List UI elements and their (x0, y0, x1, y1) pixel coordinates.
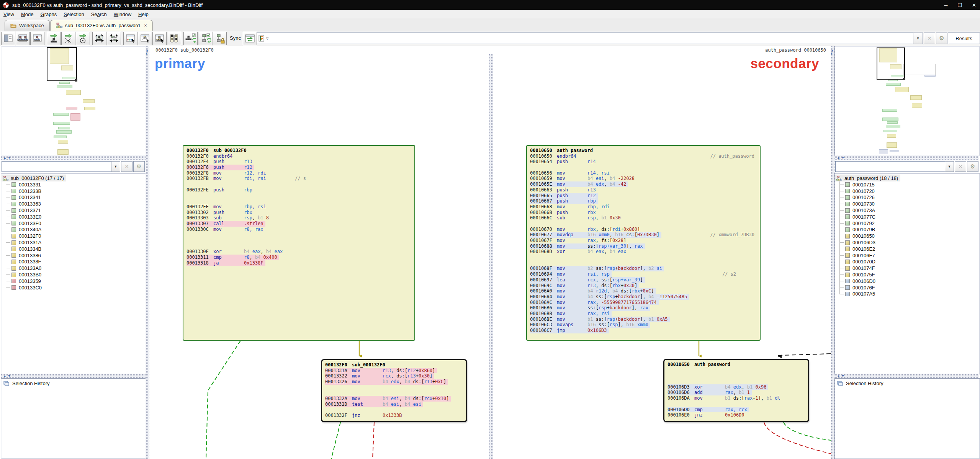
minimize-button[interactable]: ─ (944, 2, 947, 8)
search-settings-button[interactable]: ⚙ (936, 33, 947, 44)
basic-block-node[interactable]: 00010650auth_password00010650endbr64// a… (526, 145, 761, 341)
tree-root[interactable]: sub_000132F0 (17 / 17) (1, 175, 66, 181)
close-button[interactable]: ✕ (972, 2, 976, 8)
tree-item[interactable]: 000106D0 (835, 278, 980, 284)
tree-item[interactable]: 00013386 (1, 252, 146, 259)
menu-window[interactable]: Window (110, 11, 135, 18)
tree-item[interactable]: 0001077C (835, 214, 980, 220)
horizontal-splitter[interactable]: ▲ ▼ (834, 374, 979, 378)
horizontal-splitter[interactable]: ▲ ▼ (1, 374, 146, 378)
tree-item[interactable]: 000133C0 (1, 284, 146, 291)
horizontal-splitter[interactable]: ▲ ▼ (1, 155, 146, 160)
tree-item[interactable]: 0001334B (1, 246, 146, 252)
vertical-splitter[interactable]: ◂▸ (831, 46, 834, 459)
tree-item[interactable]: 0001075F (835, 271, 980, 278)
vertical-splitter[interactable]: ◂▸ (489, 46, 493, 459)
menu-selection[interactable]: Selection (60, 11, 87, 18)
auto-layout-button[interactable] (183, 32, 198, 45)
tree-item[interactable]: 0001331A (1, 239, 146, 246)
tree-item[interactable]: 00010730 (835, 201, 980, 207)
results-button[interactable]: Results (948, 33, 980, 44)
tree-item[interactable]: 000107A5 (835, 291, 980, 297)
primary-flow-graph-canvas[interactable]: primary 000132F0sub_000132F0000132F0endb… (149, 54, 489, 459)
clear-search-button[interactable]: ✕ (924, 33, 935, 44)
center-node-button[interactable] (76, 32, 90, 45)
asm-instruction: 00013322movrcx, ds:[r13+0x30] (325, 373, 466, 379)
tree-item[interactable]: 000106F7 (835, 252, 980, 259)
basic-block-node[interactable]: 00010650auth_password000106D3xorb4 edx, … (663, 359, 809, 422)
tree-item[interactable]: 0001076F (835, 284, 980, 291)
secondary-filter-input[interactable] (835, 161, 946, 172)
menu-graphs[interactable]: Graphs (37, 11, 61, 18)
minimap-viewport[interactable] (47, 47, 77, 81)
tree-item[interactable]: 000133F0 (1, 220, 146, 227)
proximity-freeze-button[interactable] (61, 32, 75, 45)
tree-item[interactable]: 0001338F (1, 259, 146, 265)
menu-view[interactable]: View (0, 11, 18, 18)
tab-workspace[interactable]: Workspace (5, 20, 50, 31)
tree-item[interactable]: 000133B0 (1, 271, 146, 278)
tab-close-icon[interactable]: × (144, 23, 147, 28)
tree-item[interactable]: 000106D3 (835, 239, 980, 246)
tree-item[interactable]: 0001074F (835, 265, 980, 271)
primary-graph-overview[interactable] (1, 46, 146, 156)
tree-item[interactable]: 0001333B (1, 188, 146, 194)
secondary-graph-overview[interactable] (834, 46, 980, 156)
combined-call-graph-button[interactable] (16, 32, 30, 45)
tree-item[interactable]: 00010650 (835, 233, 980, 239)
secondary-flow-graph-canvas[interactable]: secondary 00010650auth_password00010650e… (493, 54, 831, 459)
parallel-layout-button[interactable] (167, 32, 181, 45)
hierarchic-layout-button[interactable] (138, 32, 152, 45)
vertical-splitter[interactable]: ◂▸ (146, 46, 149, 459)
tree-item[interactable]: 00010726 (835, 194, 980, 201)
tree-root[interactable]: auth_password (18 / 18) (835, 175, 900, 181)
tree-item[interactable]: 00010715 (835, 181, 980, 188)
basic-block-node[interactable]: 000132F0sub_000132F0000132F0endbr6400013… (183, 145, 415, 341)
tab-diff-view[interactable]: sub_000132F0 vs auth_password × (50, 20, 153, 31)
orthogonal-layout-button[interactable] (152, 32, 167, 45)
tree-item[interactable]: 00010792 (835, 220, 980, 227)
tree-item[interactable]: 00013359 (1, 278, 146, 284)
tree-item[interactable]: 0001070D (835, 259, 980, 265)
horizontal-splitter[interactable]: ▲ ▼ (834, 155, 979, 160)
toggle-overview-button[interactable] (123, 32, 137, 45)
primary-filter-input[interactable] (2, 161, 112, 172)
tree-item[interactable]: 0001073A (835, 207, 980, 214)
sync-views-button[interactable] (243, 32, 257, 45)
minimap-viewport-handle[interactable] (903, 78, 905, 80)
split-view-button[interactable] (1, 32, 15, 45)
tree-item[interactable]: 00013341 (1, 194, 146, 201)
secondary-filter-settings-button[interactable]: ⚙ (967, 161, 978, 172)
tree-item[interactable]: 000132F0 (1, 233, 146, 239)
maximize-button[interactable]: ❐ (957, 2, 962, 8)
tree-item[interactable]: 0001079B (835, 227, 980, 233)
search-history-dropdown[interactable]: ▼ (913, 33, 923, 44)
tree-item[interactable]: 00013331 (1, 181, 146, 188)
zoom-to-selection-button[interactable] (107, 32, 121, 45)
menu-search[interactable]: Search (88, 11, 110, 18)
search-combobox[interactable]: ▽ (256, 33, 915, 44)
tree-item[interactable]: 00013371 (1, 207, 146, 214)
tree-item[interactable]: 000133E0 (1, 214, 146, 220)
primary-filter-dropdown[interactable]: ▼ (111, 161, 120, 172)
tree-item[interactable]: 000133A0 (1, 265, 146, 271)
freeze-layout-button[interactable] (213, 32, 227, 45)
menu-mode[interactable]: Mode (18, 11, 37, 18)
minimap-viewport[interactable] (877, 47, 905, 80)
secondary-filter-dropdown[interactable]: ▼ (945, 161, 954, 172)
menu-help[interactable]: Help (135, 11, 152, 18)
tree-item[interactable]: 00010720 (835, 188, 980, 194)
zoom-to-fit-button[interactable] (92, 32, 106, 45)
secondary-filter-clear-button[interactable]: ✕ (955, 161, 966, 172)
primary-filter-settings-button[interactable]: ⚙ (133, 161, 145, 172)
proximity-relayout-button[interactable] (198, 32, 212, 45)
primary-filter-clear-button[interactable]: ✕ (121, 161, 133, 172)
tree-item[interactable]: 0001340A (1, 227, 146, 233)
proximity-browsing-button[interactable] (47, 32, 61, 45)
tree-item[interactable]: 00013363 (1, 201, 146, 207)
minimap-viewport-handle[interactable] (75, 79, 77, 82)
call-graphs-button[interactable] (30, 32, 44, 45)
tree-item[interactable]: 000106E2 (835, 246, 980, 252)
basic-block-node[interactable]: 000132F0sub_000132F00001331Amovr13, ds:[… (321, 359, 467, 422)
asm-instruction (325, 385, 466, 390)
